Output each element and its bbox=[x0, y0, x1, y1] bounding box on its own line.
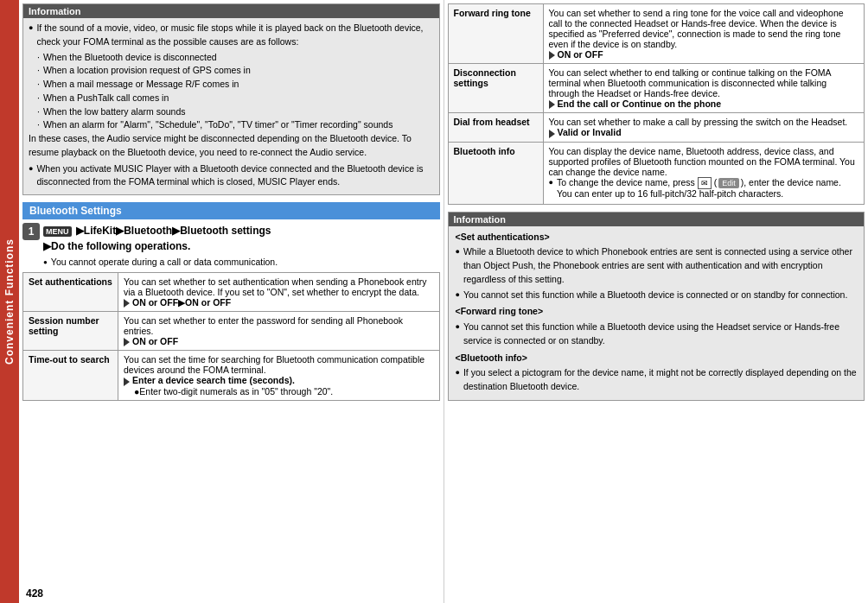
info-sub-3: When a mail message or Message R/F comes… bbox=[29, 78, 434, 92]
table-row-disconnection: Disconnection settings You can select wh… bbox=[448, 64, 865, 113]
table-row-set-auth: Set authentications You can set whether … bbox=[23, 273, 440, 312]
option-disconnection: End the call or Continue on the phone bbox=[558, 98, 722, 109]
info-box-header-left: Information bbox=[23, 4, 439, 18]
info-section-title-2: <Forward ring tone> bbox=[456, 305, 858, 319]
setting-content-forward-ring: You can set whether to send a ring tone … bbox=[543, 4, 865, 64]
step-title: MENU ▶LifeKit▶Bluetooth▶Bluetooth settin… bbox=[43, 223, 271, 254]
table-row-bt-info: Bluetooth info You can display the devic… bbox=[448, 142, 865, 204]
menu-icon: MENU bbox=[43, 226, 72, 237]
info-sub-6: When an alarm for "Alarm", "Schedule", "… bbox=[29, 118, 434, 132]
info-section-title-3: <Bluetooth info> bbox=[456, 352, 858, 365]
info-box-right: Information <Set authentications> While … bbox=[448, 212, 865, 401]
setting-content-timeout: You can set the time for searching for B… bbox=[118, 351, 440, 400]
step-desc: You cannot operate during a call or data… bbox=[43, 257, 440, 267]
bt-info-bullet: To change the device name, press ✉ (Edit… bbox=[549, 177, 859, 199]
option-session: ON or OFF bbox=[132, 336, 178, 346]
setting-label-disconnection: Disconnection settings bbox=[448, 64, 543, 113]
info-sub-5: When the low battery alarm sounds bbox=[29, 105, 434, 119]
setting-label-session: Session number setting bbox=[23, 312, 118, 351]
edit-button-icon: ✉ bbox=[698, 177, 712, 189]
option-forward-ring: ON or OFF bbox=[558, 49, 603, 60]
info-box-header-right: Information bbox=[449, 213, 865, 226]
arrow-icon-r1 bbox=[549, 51, 555, 60]
table-row-dial-headset: Dial from headset You can set whether to… bbox=[448, 113, 865, 142]
info-box-left: Information If the sound of a movie, vid… bbox=[22, 3, 440, 195]
info-right-bullet-3: You cannot set this function while a Blu… bbox=[456, 321, 858, 348]
step-number: 1 bbox=[22, 223, 40, 240]
edit-label: Edit bbox=[718, 178, 739, 188]
info-para-1: In these cases, the Audio service might … bbox=[29, 132, 434, 160]
info-sub-4: When a PushTalk call comes in bbox=[29, 92, 434, 105]
setting-label-bt-info: Bluetooth info bbox=[448, 142, 543, 204]
arrow-icon-3 bbox=[124, 378, 130, 386]
setting-content-bt-info: You can display the device name, Bluetoo… bbox=[543, 142, 865, 204]
arrow-icon-r3 bbox=[549, 130, 555, 138]
setting-content-session: You can set whether to enter the passwor… bbox=[118, 312, 440, 351]
info-bullet-1: If the sound of a movie, video, or music… bbox=[29, 22, 434, 49]
arrow-icon-1 bbox=[124, 299, 130, 308]
setting-label-dial-headset: Dial from headset bbox=[448, 113, 543, 142]
settings-table: Set authentications You can set whether … bbox=[22, 272, 440, 401]
option-set-auth: ON or OFF bbox=[132, 297, 178, 308]
setting-label-set-auth: Set authentications bbox=[23, 273, 118, 312]
info-bullet-2: When you activate MUSIC Player with a Bl… bbox=[29, 162, 434, 190]
option-timeout-extra: ●Enter two-digit numerals as in "05" thr… bbox=[124, 386, 333, 397]
table-row-forward-ring: Forward ring tone You can set whether to… bbox=[448, 4, 865, 64]
info-box-content-left: If the sound of a movie, video, or music… bbox=[23, 18, 439, 194]
setting-label-timeout: Time-out to search bbox=[23, 351, 118, 400]
table-row-timeout: Time-out to search You can set the time … bbox=[23, 351, 440, 400]
page-number: 428 bbox=[19, 584, 444, 603]
info-right-bullet-1: While a Bluetooth device to which Phoneb… bbox=[456, 245, 858, 286]
right-table: Forward ring tone You can set whether to… bbox=[448, 3, 865, 205]
info-sub-2: When a location provision request of GPS… bbox=[29, 64, 434, 78]
sidebar-label: Convenient Functions bbox=[0, 0, 19, 603]
table-row-session: Session number setting You can set wheth… bbox=[23, 312, 440, 351]
setting-content-dial-headset: You can set whether to make a call by pr… bbox=[543, 113, 865, 142]
step-block: 1 MENU ▶LifeKit▶Bluetooth▶Bluetooth sett… bbox=[22, 223, 440, 269]
option-set-auth-2: ON or OFF bbox=[185, 297, 231, 308]
arrow-icon-2 bbox=[124, 338, 130, 346]
info-right-bullet-4: If you select a pictogram for the device… bbox=[456, 366, 858, 394]
info-box-content-right: <Set authentications> While a Bluetooth … bbox=[449, 226, 865, 400]
setting-content-disconnection: You can select whether to end talking or… bbox=[543, 64, 865, 113]
info-section-title-1: <Set authentications> bbox=[456, 231, 858, 244]
setting-label-forward-ring: Forward ring tone bbox=[448, 4, 543, 64]
setting-content-set-auth: You can set whether to set authenticatio… bbox=[118, 273, 440, 312]
option-timeout-bold: Enter a device search time (seconds). bbox=[132, 375, 295, 385]
section-header-bluetooth: Bluetooth Settings bbox=[22, 202, 440, 219]
arrow-icon-r2 bbox=[549, 100, 555, 109]
info-right-bullet-2: You cannot set this function while a Blu… bbox=[456, 289, 858, 302]
info-sub-1: When the Bluetooth device is disconnecte… bbox=[29, 51, 434, 65]
option-dial-headset: Valid or Invalid bbox=[558, 127, 622, 137]
